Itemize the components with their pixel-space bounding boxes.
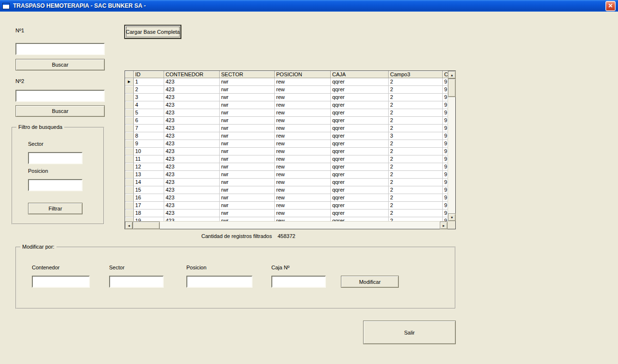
grid-cell[interactable]: 423 <box>164 94 220 101</box>
grid-cell[interactable]: qqrer <box>331 179 389 186</box>
grid-cell[interactable]: 423 <box>164 194 220 202</box>
grid-cell[interactable]: 2 <box>389 78 443 86</box>
grid-cell[interactable]: qqrer <box>331 217 389 221</box>
grid-cell[interactable]: rew <box>275 94 331 101</box>
row-selector[interactable] <box>125 163 134 171</box>
grid-cell[interactable]: rwr <box>220 171 275 179</box>
grid-cell[interactable]: qqrer <box>331 101 389 109</box>
grid-row[interactable]: 18423rwrrewqqrer29 <box>125 210 448 217</box>
grid-cell[interactable]: qqrer <box>331 132 389 140</box>
grid-cell[interactable]: 2 <box>389 171 443 179</box>
grid-cell[interactable]: 2 <box>134 86 164 94</box>
modify-posicion-input[interactable] <box>186 276 253 288</box>
grid-cell[interactable]: 2 <box>389 217 443 221</box>
vertical-scrollbar[interactable]: ▲ ▼ <box>448 71 455 221</box>
grid-cell[interactable]: 423 <box>164 109 220 117</box>
grid-row[interactable]: 9423rwrrewqqrer29 <box>125 140 448 148</box>
grid-cell[interactable]: qqrer <box>331 140 389 148</box>
row-selector[interactable] <box>125 148 134 155</box>
grid-cell[interactable]: 2 <box>389 179 443 186</box>
grid-cell[interactable]: rwr <box>220 217 275 221</box>
grid-cell[interactable]: 423 <box>164 132 220 140</box>
grid-cell[interactable]: rew <box>275 194 331 202</box>
filter-posicion-input[interactable] <box>28 179 83 191</box>
grid-cell[interactable]: qqrer <box>331 125 389 132</box>
grid-cell[interactable]: rew <box>275 78 331 86</box>
current-row-pointer-icon[interactable]: ► <box>125 78 134 86</box>
grid-cell[interactable]: 9 <box>443 132 448 140</box>
grid-cell[interactable]: 9 <box>443 78 448 86</box>
grid-cell[interactable]: rwr <box>220 140 275 148</box>
grid-row[interactable]: 10423rwrrewqqrer29 <box>125 148 448 155</box>
grid-cell[interactable]: 9 <box>443 148 448 155</box>
grid-cell[interactable]: 8 <box>134 132 164 140</box>
grid-cell[interactable]: 5 <box>134 109 164 117</box>
grid-cell[interactable]: 3 <box>389 132 443 140</box>
grid-row[interactable]: 3423rwrrewqqrer29 <box>125 94 448 101</box>
horizontal-scrollbar[interactable]: ◄ ► <box>125 221 448 229</box>
grid-cell[interactable]: rwr <box>220 125 275 132</box>
grid-row[interactable]: 4423rwrrewqqrer29 <box>125 101 448 109</box>
grid-cell[interactable]: 9 <box>443 117 448 125</box>
grid-cell[interactable]: 2 <box>389 109 443 117</box>
column-header-id[interactable]: ID <box>134 71 164 78</box>
grid-cell[interactable]: 423 <box>164 217 220 221</box>
grid-cell[interactable]: 19 <box>134 217 164 221</box>
row-selector[interactable] <box>125 117 134 125</box>
grid-cell[interactable]: rwr <box>220 202 275 210</box>
vertical-scrollbar-thumb[interactable] <box>448 79 456 97</box>
grid-cell[interactable]: rew <box>275 186 331 194</box>
grid-cell[interactable]: qqrer <box>331 148 389 155</box>
column-header-sector[interactable]: SECTOR <box>220 71 275 78</box>
grid-cell[interactable]: 2 <box>389 125 443 132</box>
row-selector[interactable] <box>125 125 134 132</box>
grid-cell[interactable]: 3 <box>134 94 164 101</box>
grid-cell[interactable]: rwr <box>220 210 275 217</box>
grid-cell[interactable]: 6 <box>134 117 164 125</box>
grid-cell[interactable]: rwr <box>220 186 275 194</box>
buscar-n2-button[interactable]: Buscar <box>15 105 105 117</box>
grid-cell[interactable]: 423 <box>164 171 220 179</box>
grid-cell[interactable]: rew <box>275 155 331 163</box>
grid-cell[interactable]: rew <box>275 86 331 94</box>
grid-cell[interactable]: 9 <box>443 179 448 186</box>
grid-row[interactable]: 2423rwrrewqqrer29 <box>125 86 448 94</box>
column-header-contenedor[interactable]: CONTENEDOR <box>164 71 220 78</box>
scroll-left-icon[interactable]: ◄ <box>125 222 133 229</box>
n1-input[interactable] <box>15 43 105 55</box>
horizontal-scrollbar-track[interactable] <box>160 222 440 229</box>
grid-cell[interactable]: rew <box>275 117 331 125</box>
row-selector[interactable] <box>125 194 134 202</box>
grid-cell[interactable]: 423 <box>164 179 220 186</box>
scroll-right-icon[interactable]: ► <box>440 222 448 229</box>
grid-cell[interactable]: 12 <box>134 163 164 171</box>
grid-cell[interactable]: 9 <box>443 86 448 94</box>
grid-cell[interactable]: 7 <box>134 125 164 132</box>
grid-cell[interactable]: qqrer <box>331 202 389 210</box>
column-header-c[interactable]: C <box>443 71 448 78</box>
grid-cell[interactable]: qqrer <box>331 78 389 86</box>
grid-cell[interactable]: 15 <box>134 186 164 194</box>
grid-cell[interactable]: 423 <box>164 78 220 86</box>
grid-cell[interactable]: 423 <box>164 210 220 217</box>
horizontal-scrollbar-thumb[interactable] <box>133 222 160 229</box>
grid-cell[interactable]: 2 <box>389 101 443 109</box>
grid-cell[interactable]: 16 <box>134 194 164 202</box>
grid-cell[interactable]: 9 <box>443 94 448 101</box>
column-header-posicion[interactable]: POSICION <box>275 71 331 78</box>
grid-cell[interactable]: qqrer <box>331 210 389 217</box>
grid-row[interactable]: ►1423rwrrewqqrer29 <box>125 78 448 86</box>
grid-cell[interactable]: qqrer <box>331 163 389 171</box>
grid-cell[interactable]: 9 <box>443 202 448 210</box>
grid-cell[interactable]: rwr <box>220 78 275 86</box>
grid-cell[interactable]: 4 <box>134 101 164 109</box>
grid-cell[interactable]: qqrer <box>331 194 389 202</box>
salir-button[interactable]: Salir <box>363 321 456 344</box>
grid-cell[interactable]: rwr <box>220 179 275 186</box>
grid-cell[interactable]: 423 <box>164 202 220 210</box>
row-selector[interactable] <box>125 109 134 117</box>
modify-sector-input[interactable] <box>109 276 164 288</box>
cargar-base-completa-button[interactable]: Cargar Base Completa <box>125 25 181 39</box>
grid-cell[interactable]: rew <box>275 109 331 117</box>
grid-cell[interactable]: 9 <box>443 186 448 194</box>
